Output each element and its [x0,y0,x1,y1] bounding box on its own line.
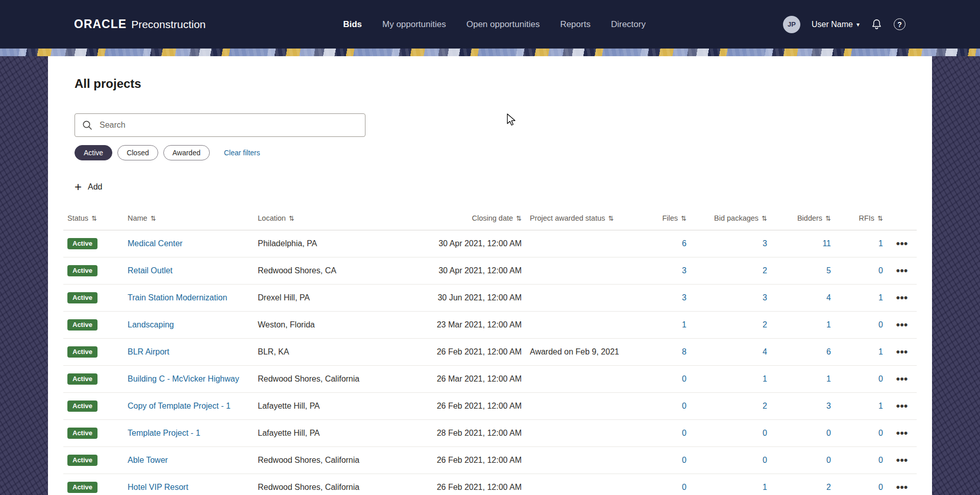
bidders-count-link[interactable]: 2 [826,483,831,491]
project-name-link[interactable]: Landscaping [128,320,174,329]
nav-item-directory[interactable]: Directory [611,19,646,30]
sort-icon[interactable]: ⇅ [516,215,522,222]
plus-icon: + [75,181,82,193]
sort-icon[interactable]: ⇅ [91,215,97,222]
column-header-closing-date[interactable]: Closing date⇅ [401,206,526,230]
rfis-count-link[interactable]: 0 [878,483,883,491]
rfis-cell: 1 [835,230,887,257]
row-actions-button[interactable]: ••• [893,237,911,250]
nav-item-bids[interactable]: Bids [343,19,362,30]
nav-item-my-opportunities[interactable]: My opportunities [382,19,446,30]
bidders-count-link[interactable]: 0 [826,456,831,464]
bid-packages-count-link[interactable]: 2 [763,320,767,329]
bidders-count-link[interactable]: 5 [826,266,831,275]
rfis-count-link[interactable]: 1 [878,293,883,302]
sort-icon[interactable]: ⇅ [151,215,156,222]
bidders-count-link[interactable]: 4 [826,293,831,302]
files-count-link[interactable]: 0 [682,374,687,383]
user-avatar[interactable]: JP [783,16,800,33]
column-header-bid-packages[interactable]: Bid packages⇅ [691,206,771,230]
rfis-count-link[interactable]: 0 [878,374,883,383]
rfis-count-link[interactable]: 0 [878,266,883,275]
bid-packages-count-link[interactable]: 3 [763,239,767,248]
bid-packages-count-link[interactable]: 3 [763,293,767,302]
rfis-count-link[interactable]: 0 [878,429,883,437]
row-actions-button[interactable]: ••• [893,264,911,277]
files-count-link[interactable]: 0 [682,456,687,464]
project-name-link[interactable]: Hotel VIP Resort [128,483,188,491]
column-header-name[interactable]: Name⇅ [124,206,254,230]
row-actions-button[interactable]: ••• [893,454,911,467]
bidders-count-link[interactable]: 0 [826,429,831,437]
project-name-link[interactable]: Able Tower [128,456,168,464]
row-actions-button[interactable]: ••• [893,481,911,494]
rfis-count-link[interactable]: 1 [878,239,883,248]
bid-packages-count-link[interactable]: 0 [763,456,767,464]
row-actions-button[interactable]: ••• [893,399,911,413]
brand-logo[interactable]: ORACLE Preconstruction [74,17,206,31]
actions-cell: ••• [887,447,917,474]
filter-chip-awarded[interactable]: Awarded [163,145,210,160]
user-menu[interactable]: User Name ▾ [812,20,860,29]
project-name-link[interactable]: Copy of Template Project - 1 [128,402,231,410]
nav-item-open-opportunities[interactable]: Open opportunities [467,19,540,30]
bid-packages-count-link[interactable]: 4 [763,347,767,356]
files-count-link[interactable]: 0 [682,429,687,437]
sort-icon[interactable]: ⇅ [681,215,687,222]
sort-icon[interactable]: ⇅ [825,215,831,222]
rfis-count-link[interactable]: 0 [878,456,883,464]
awarded-status-cell: Awarded on Feb 9, 2021 [526,339,647,366]
files-count-link[interactable]: 3 [682,266,687,275]
column-header-location[interactable]: Location⇅ [254,206,401,230]
project-name-link[interactable]: Train Station Modernization [128,293,227,302]
bid-packages-cell: 1 [691,366,771,393]
row-actions-button[interactable]: ••• [893,372,911,386]
sort-icon[interactable]: ⇅ [289,215,295,222]
project-name-link[interactable]: Template Project - 1 [128,429,200,437]
column-header-status[interactable]: Status⇅ [63,206,124,230]
files-count-link[interactable]: 3 [682,293,687,302]
bidders-count-link[interactable]: 6 [826,347,831,356]
add-project-button[interactable]: + Add [75,181,102,193]
bidders-count-link[interactable]: 1 [826,320,831,329]
column-header-files[interactable]: Files⇅ [647,206,691,230]
rfis-count-link[interactable]: 1 [878,347,883,356]
files-count-link[interactable]: 0 [682,402,687,410]
project-name-link[interactable]: Retail Outlet [128,266,173,275]
files-count-link[interactable]: 1 [682,320,687,329]
help-icon[interactable]: ? [894,18,905,30]
column-header-rfis[interactable]: RFIs⇅ [835,206,887,230]
bid-packages-count-link[interactable]: 1 [763,483,767,491]
files-count-link[interactable]: 8 [682,347,687,356]
row-actions-button[interactable]: ••• [893,427,911,440]
files-count-link[interactable]: 0 [682,483,687,491]
bid-packages-count-link[interactable]: 2 [763,266,767,275]
bidders-count-link[interactable]: 11 [822,239,831,248]
project-name-link[interactable]: Medical Center [128,239,183,248]
nav-item-reports[interactable]: Reports [560,19,591,30]
sort-icon[interactable]: ⇅ [762,215,767,222]
files-count-link[interactable]: 6 [682,239,687,248]
filter-chip-closed[interactable]: Closed [117,145,158,160]
sort-icon[interactable]: ⇅ [608,215,614,222]
row-actions-button[interactable]: ••• [893,318,911,332]
clear-filters-link[interactable]: Clear filters [224,149,260,157]
notifications-bell-icon[interactable] [871,18,883,30]
bid-packages-count-link[interactable]: 0 [763,429,767,437]
column-header-bidders[interactable]: Bidders⇅ [771,206,835,230]
bidders-count-link[interactable]: 3 [826,402,831,410]
row-actions-button[interactable]: ••• [893,345,911,359]
rfis-count-link[interactable]: 1 [878,402,883,410]
bid-packages-count-link[interactable]: 2 [763,402,767,410]
project-name-link[interactable]: BLR Airport [128,347,169,356]
status-badge: Active [67,482,97,493]
row-actions-button[interactable]: ••• [893,291,911,304]
search-input[interactable] [75,113,365,137]
bidders-count-link[interactable]: 1 [826,374,831,383]
rfis-count-link[interactable]: 0 [878,320,883,329]
bid-packages-count-link[interactable]: 1 [763,374,767,383]
filter-chip-active[interactable]: Active [75,145,112,160]
column-header-project-awarded-status[interactable]: Project awarded status⇅ [526,206,647,230]
sort-icon[interactable]: ⇅ [877,215,883,222]
project-name-link[interactable]: Building C - McVicker Highway [128,374,239,383]
